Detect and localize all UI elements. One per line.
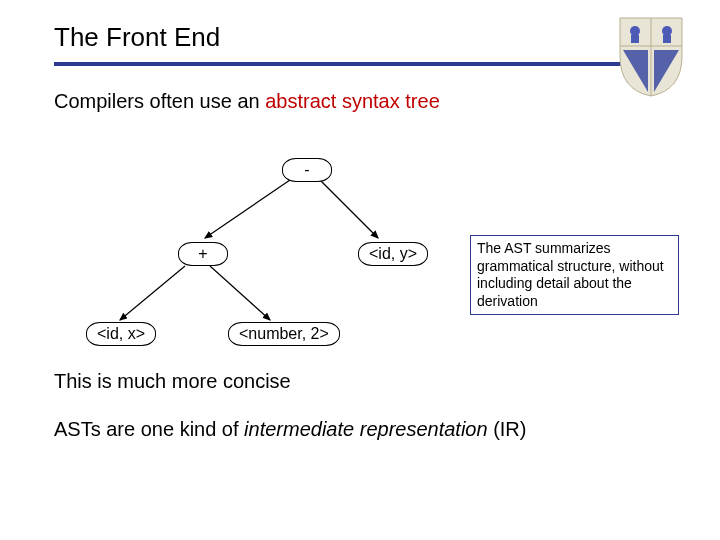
ir-line: ASTs are one kind of intermediate repres… bbox=[54, 418, 526, 441]
svg-rect-1 bbox=[631, 35, 639, 43]
node-plus: + bbox=[178, 242, 228, 266]
callout-text-a: The bbox=[477, 240, 504, 256]
intro-line: Compilers often use an abstract syntax t… bbox=[54, 90, 440, 113]
svg-line-4 bbox=[205, 180, 290, 238]
svg-point-2 bbox=[662, 26, 672, 36]
node-root: - bbox=[282, 158, 332, 182]
svg-rect-3 bbox=[663, 35, 671, 43]
title-underline bbox=[54, 62, 666, 66]
concise-line: This is much more concise bbox=[54, 370, 291, 393]
svg-line-7 bbox=[210, 266, 270, 320]
intro-term: abstract syntax tree bbox=[265, 90, 440, 112]
slide: The Front End Compilers often use an abs… bbox=[0, 0, 720, 540]
ir-prefix: ASTs are one kind of bbox=[54, 418, 244, 440]
node-id-y: <id, y> bbox=[358, 242, 428, 266]
intro-prefix: Compilers often use an bbox=[54, 90, 265, 112]
ast-tree: - + <id, y> <id, x> <number, 2> bbox=[60, 150, 480, 370]
ir-suffix: (IR) bbox=[488, 418, 527, 440]
svg-point-0 bbox=[630, 26, 640, 36]
svg-line-6 bbox=[120, 266, 185, 320]
crest-logo bbox=[618, 16, 684, 98]
node-id-x: <id, x> bbox=[86, 322, 156, 346]
node-number-2: <number, 2> bbox=[228, 322, 340, 346]
page-title: The Front End bbox=[54, 22, 220, 53]
callout-box: The AST summarizes grammatical structure… bbox=[470, 235, 679, 315]
svg-line-5 bbox=[320, 180, 378, 238]
ir-term: intermediate representation bbox=[244, 418, 487, 440]
callout-text-b: AST bbox=[504, 240, 531, 256]
